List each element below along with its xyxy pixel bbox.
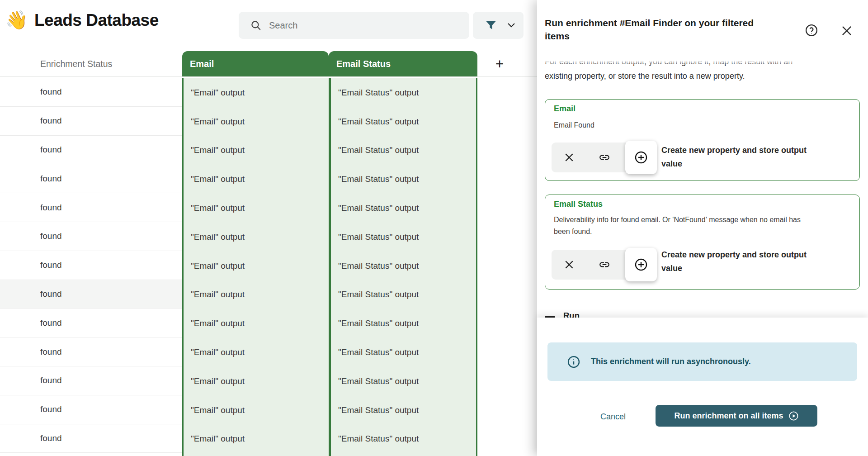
search-icon [250, 19, 262, 31]
table-row[interactable]: found [0, 78, 182, 107]
table-row[interactable]: found [0, 222, 182, 251]
link-icon [599, 259, 610, 271]
column-header-email[interactable]: Email [182, 51, 329, 77]
email-cell[interactable]: "Email" output [184, 136, 329, 165]
info-banner-text: This enrichment will run asynchronously. [591, 357, 751, 366]
enrichment-status-cell: found [0, 203, 62, 213]
output-mapping-segmented-control [552, 142, 657, 172]
output-card-title: Email [554, 104, 576, 114]
panel-footer: This enrichment will run asynchronously.… [537, 318, 868, 456]
search-input[interactable]: Search [239, 12, 469, 39]
email-cell[interactable]: "Email" output [184, 280, 329, 309]
email-status-cell[interactable]: "Email Status" output [331, 78, 476, 107]
run-enrichment-panel: For each enrichment output, you can igno… [537, 0, 868, 456]
table-row[interactable]: found [0, 136, 182, 165]
chevron-down-icon[interactable] [508, 23, 515, 28]
email-cell[interactable]: "Email" output [184, 107, 329, 136]
email-status-cell[interactable]: "Email Status" output [331, 309, 476, 338]
ignore-output-button[interactable] [552, 250, 587, 280]
table-row[interactable]: found [0, 193, 182, 222]
email-cell[interactable]: "Email" output [184, 252, 329, 280]
enrichment-status-cell: found [0, 145, 62, 155]
add-column-button[interactable]: + [493, 56, 506, 72]
ignore-output-button[interactable] [552, 142, 587, 172]
email-status-cell[interactable]: "Email Status" output [331, 252, 476, 280]
email-status-cell[interactable]: "Email Status" output [331, 396, 476, 425]
left-rows: foundfoundfoundfoundfoundfoundfoundfound… [0, 78, 182, 456]
map-to-existing-property-button[interactable] [587, 142, 622, 172]
output-card-email: Email Email Found Create new property an… [545, 99, 860, 181]
enrichment-status-cell: found [0, 87, 62, 97]
email-cell[interactable]: "Email" output [184, 165, 329, 194]
link-icon [599, 152, 610, 163]
enrichment-status-cell: found [0, 347, 62, 357]
table-row[interactable]: found [0, 453, 182, 456]
enrichment-status-cell: found [0, 318, 62, 328]
column-header-enrichment-status[interactable]: Enrichment Status [40, 59, 112, 69]
email-status-cell[interactable]: "Email Status" output [331, 136, 476, 165]
enrichment-status-cell: found [0, 260, 62, 270]
table-row[interactable]: found [0, 251, 182, 280]
table-row[interactable]: found [0, 424, 182, 453]
column-header-email-status[interactable]: Email Status [329, 51, 477, 77]
enrichment-status-cell: found [0, 375, 62, 385]
email-status-cell[interactable]: "Email Status" output [331, 280, 476, 309]
table-row[interactable]: found [0, 309, 182, 337]
info-icon [567, 355, 580, 369]
email-status-cell[interactable]: "Email Status" output [331, 223, 476, 252]
email-cell[interactable]: "Email" output [184, 338, 329, 367]
enrichment-status-cell: found [0, 174, 62, 184]
email-column-cells: "Email" output"Email" output"Email" outp… [182, 78, 330, 456]
run-enrichment-button-label: Run enrichment on all items [674, 411, 783, 421]
email-status-cell[interactable]: "Email Status" output [331, 453, 476, 456]
email-cell[interactable]: "Email" output [184, 194, 329, 223]
page-title: Leads Database [34, 11, 159, 30]
output-card-title: Email Status [554, 200, 603, 209]
enrichment-status-cell: found [0, 404, 62, 414]
email-cell[interactable]: "Email" output [184, 309, 329, 338]
email-cell[interactable]: "Email" output [184, 78, 329, 107]
create-new-property-button[interactable] [625, 141, 657, 174]
output-card-email-status: Email Status Deliverability info for fou… [545, 195, 860, 290]
table-row[interactable]: found [0, 366, 182, 395]
header-divider [0, 76, 537, 77]
table-row[interactable]: found [0, 337, 182, 366]
email-status-column-cells: "Email Status" output"Email Status" outp… [330, 78, 477, 456]
email-status-cell[interactable]: "Email Status" output [331, 107, 476, 136]
output-mapping-segmented-control [552, 250, 657, 280]
email-status-cell[interactable]: "Email Status" output [331, 425, 476, 454]
email-cell[interactable]: "Email" output [184, 425, 329, 454]
app: 👋 Leads Database Search Enrichment Statu… [0, 0, 868, 456]
cancel-button[interactable]: Cancel [590, 406, 636, 428]
email-status-cell[interactable]: "Email Status" output [331, 165, 476, 194]
email-status-cell[interactable]: "Email Status" output [331, 194, 476, 223]
enrichment-status-cell: found [0, 289, 62, 299]
email-cell[interactable]: "Email" output [184, 396, 329, 425]
table-row[interactable]: found [0, 280, 182, 309]
map-to-existing-property-button[interactable] [587, 250, 622, 280]
x-icon [564, 152, 574, 162]
enrichment-status-cell: found [0, 116, 62, 126]
filter-button[interactable] [473, 12, 524, 39]
question-mark-circle-icon [805, 24, 818, 37]
table-row[interactable]: found [0, 164, 182, 193]
x-icon [564, 260, 574, 270]
plus-circle-icon [634, 150, 648, 165]
email-cell[interactable]: "Email" output [184, 453, 329, 456]
close-button[interactable] [841, 25, 853, 37]
table-row[interactable]: found [0, 395, 182, 424]
info-banner: This enrichment will run asynchronously. [547, 342, 857, 381]
email-cell[interactable]: "Email" output [184, 223, 329, 252]
output-card-description: Deliverability info for found email. Or … [554, 214, 852, 238]
email-status-cell[interactable]: "Email Status" output [331, 338, 476, 367]
enrichment-status-cell: found [0, 433, 62, 443]
email-cell[interactable]: "Email" output [184, 367, 329, 396]
table-row[interactable]: found [0, 107, 182, 136]
help-button[interactable] [805, 24, 818, 37]
email-status-cell[interactable]: "Email Status" output [331, 367, 476, 396]
create-new-property-button[interactable] [625, 248, 657, 281]
close-icon [841, 25, 853, 37]
wave-emoji: 👋 [5, 9, 28, 31]
filter-icon [484, 19, 498, 32]
run-enrichment-button[interactable]: Run enrichment on all items [656, 405, 817, 427]
